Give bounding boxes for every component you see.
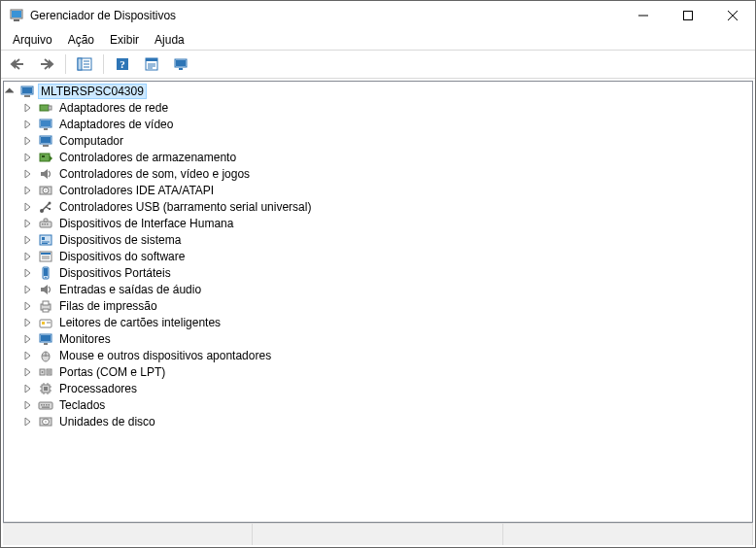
expand-collapse-icon[interactable] — [22, 318, 38, 327]
svg-rect-26 — [24, 95, 30, 97]
expand-collapse-icon[interactable] — [22, 219, 38, 228]
menu-ajuda[interactable]: Ajuda — [147, 31, 192, 49]
tree-node[interactable]: Computador — [4, 132, 752, 149]
tree-node[interactable]: Filas de impressão — [4, 297, 752, 314]
svg-rect-93 — [42, 406, 50, 407]
svg-rect-30 — [41, 120, 51, 126]
svg-rect-92 — [49, 404, 51, 406]
tree-root-node[interactable]: MLTBRSPSC04309 — [4, 83, 752, 99]
tree-node-label: Unidades de disco — [57, 415, 157, 428]
expand-collapse-icon[interactable] — [22, 153, 38, 162]
tree-node-label: Dispositivos de sistema — [57, 233, 183, 247]
tree-node[interactable]: Dispositivos do software — [4, 248, 752, 264]
back-icon — [10, 56, 25, 72]
svg-rect-31 — [44, 128, 48, 130]
expand-collapse-icon[interactable] — [22, 120, 38, 129]
properties-icon — [144, 56, 159, 72]
svg-rect-75 — [47, 369, 52, 375]
device-tree[interactable]: MLTBRSPSC04309Adaptadores de redeAdaptad… — [3, 81, 753, 523]
svg-text:?: ? — [120, 58, 125, 70]
tree-node[interactable]: Controladores de armazenamento — [4, 149, 752, 165]
show-hide-console-tree-button[interactable] — [72, 52, 97, 76]
tree-node[interactable]: Mouse e outros dispositivos apontadores — [4, 347, 752, 363]
expand-collapse-icon[interactable] — [22, 252, 38, 261]
svg-rect-17 — [146, 58, 157, 61]
monitor-icon — [38, 331, 53, 347]
tree-node-label: Controladores IDE ATA/ATAPI — [57, 184, 216, 197]
expand-collapse-icon[interactable] — [22, 384, 38, 394]
tree-node[interactable]: Monitores — [4, 330, 752, 347]
computer-root-icon — [19, 84, 35, 99]
app-icon — [9, 8, 24, 23]
maximize-button[interactable] — [666, 1, 710, 30]
tree-node[interactable]: Teclados — [4, 396, 752, 413]
expand-collapse-icon[interactable] — [22, 417, 38, 427]
toolbar: ? — [1, 50, 755, 79]
tree-node-label: Dispositivos do software — [57, 250, 187, 263]
tree-node-label: Teclados — [57, 398, 107, 412]
svg-rect-34 — [43, 145, 49, 147]
status-cell — [3, 524, 253, 545]
expand-collapse-icon[interactable] — [22, 285, 38, 294]
menu-acao[interactable]: Ação — [60, 31, 102, 49]
tree-node[interactable]: Dispositivos Portáteis — [4, 264, 752, 281]
scan-hardware-button[interactable] — [168, 52, 193, 76]
svg-rect-4 — [684, 12, 693, 20]
tree-node[interactable]: Processadores — [4, 380, 752, 396]
tree-node[interactable]: Leitores de cartões inteligentes — [4, 314, 752, 330]
tree-node[interactable]: Controladores USB (barramento serial uni… — [4, 198, 752, 215]
properties-button[interactable] — [139, 52, 164, 76]
system-device-icon — [38, 232, 53, 248]
tree-node[interactable]: Dispositivos de Interface Humana — [4, 215, 752, 231]
expand-collapse-icon[interactable] — [22, 268, 38, 278]
menu-exibir[interactable]: Exibir — [102, 31, 147, 49]
expand-collapse-icon[interactable] — [22, 235, 38, 245]
expand-collapse-icon[interactable] — [22, 351, 38, 360]
expand-collapse-icon[interactable] — [22, 186, 38, 195]
expand-collapse-icon[interactable] — [22, 202, 38, 212]
tree-node-label: Dispositivos de Interface Humana — [57, 217, 235, 230]
audio-io-icon — [38, 282, 53, 297]
tree-node[interactable]: Portas (COM e LPT) — [4, 363, 752, 380]
tree-node[interactable]: Adaptadores de rede — [4, 99, 752, 116]
processor-icon — [38, 381, 53, 396]
tree-node[interactable]: Controladores IDE ATA/ATAPI — [4, 182, 752, 198]
forward-button[interactable] — [34, 52, 59, 76]
tree-node[interactable]: Adaptadores de vídeo — [4, 116, 752, 132]
expand-collapse-icon[interactable] — [22, 367, 38, 377]
tree-node-label: Adaptadores de rede — [57, 101, 170, 115]
help-button[interactable]: ? — [110, 52, 135, 76]
expand-collapse-icon[interactable] — [22, 103, 38, 113]
svg-rect-62 — [43, 301, 49, 305]
svg-rect-51 — [42, 237, 45, 240]
tree-node-label: MLTBRSPSC04309 — [39, 85, 146, 98]
tree-node-label: Controladores de armazenamento — [57, 151, 238, 164]
tree-node[interactable]: Unidades de disco — [4, 413, 752, 429]
mouse-icon — [38, 348, 53, 363]
expand-collapse-icon[interactable] — [22, 301, 38, 311]
svg-rect-63 — [43, 309, 49, 312]
svg-point-39 — [45, 189, 47, 191]
tree-node[interactable]: Controladores de som, vídeo e jogos — [4, 165, 752, 182]
svg-rect-55 — [41, 253, 51, 255]
expand-collapse-icon[interactable] — [22, 334, 38, 344]
show-hide-tree-icon — [77, 56, 92, 72]
close-button[interactable] — [710, 1, 755, 30]
expand-collapse-icon[interactable] — [22, 169, 38, 179]
expand-collapse-icon[interactable] — [22, 136, 38, 146]
minimize-button[interactable] — [621, 1, 666, 30]
menu-arquivo[interactable]: Arquivo — [5, 31, 60, 49]
back-button[interactable] — [5, 52, 30, 76]
tree-node[interactable]: Dispositivos de sistema — [4, 231, 752, 248]
tree-node-label: Leitores de cartões inteligentes — [57, 316, 223, 329]
expand-collapse-icon[interactable] — [22, 400, 38, 410]
svg-rect-27 — [40, 105, 49, 111]
expand-collapse-icon[interactable] — [4, 86, 19, 96]
status-cell — [503, 524, 753, 545]
storage-controller-icon — [38, 150, 53, 165]
content-area: MLTBRSPSC04309Adaptadores de redeAdaptad… — [1, 79, 755, 547]
svg-rect-1 — [12, 11, 21, 17]
svg-rect-10 — [78, 58, 82, 70]
tree-node[interactable]: Entradas e saídas de áudio — [4, 281, 752, 297]
ports-icon — [38, 364, 53, 380]
